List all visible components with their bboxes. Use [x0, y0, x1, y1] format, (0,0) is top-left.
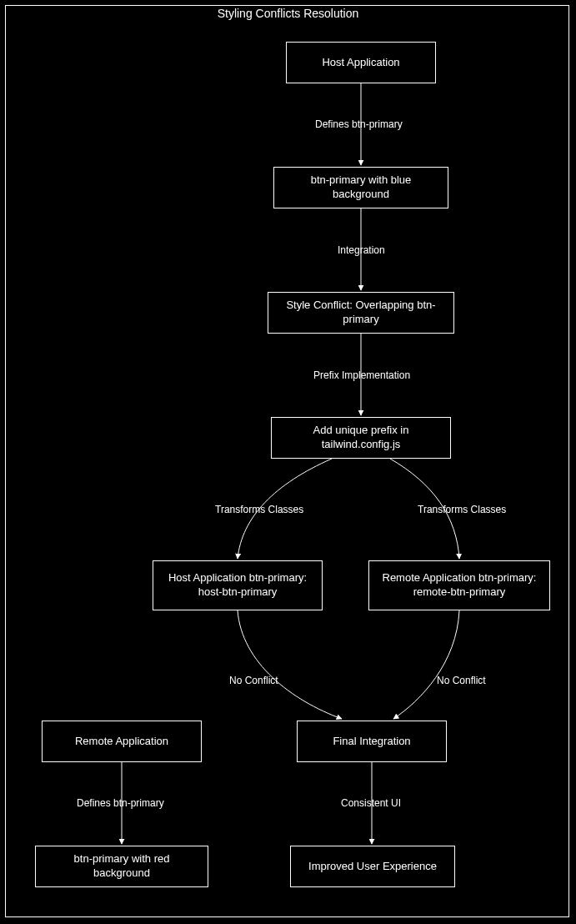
node-remote-btn-primary: Remote Application btn-primary: remote-b…	[368, 560, 550, 610]
edge-label-prefix-impl: Prefix Implementation	[313, 369, 410, 381]
edge-label-integration: Integration	[338, 244, 385, 256]
edge-label-defines-2: Defines btn-primary	[77, 797, 164, 809]
diagram-frame	[5, 5, 569, 917]
node-style-conflict: Style Conflict: Overlapping btn-primary	[268, 292, 454, 334]
edge-label-transforms-2: Transforms Classes	[418, 504, 506, 515]
edge-label-noconflict-2: No Conflict	[437, 675, 486, 686]
node-add-prefix: Add unique prefix in tailwind.config.js	[271, 417, 451, 459]
diagram-title: Styling Conflicts Resolution	[0, 7, 576, 20]
node-btn-primary-red: btn-primary with red background	[35, 846, 208, 887]
edge-label-consistent-ui: Consistent UI	[341, 797, 401, 809]
node-host-application: Host Application	[286, 42, 436, 83]
edge-label-noconflict-1: No Conflict	[229, 675, 278, 686]
node-host-btn-primary: Host Application btn-primary: host-btn-p…	[153, 560, 323, 610]
node-remote-application: Remote Application	[42, 721, 202, 762]
edge-label-transforms-1: Transforms Classes	[215, 504, 303, 515]
node-final-integration: Final Integration	[297, 721, 447, 762]
edge-label-defines-1: Defines btn-primary	[315, 118, 403, 130]
node-btn-primary-blue: btn-primary with blue background	[273, 167, 448, 208]
node-improved-ux: Improved User Experience	[290, 846, 455, 887]
